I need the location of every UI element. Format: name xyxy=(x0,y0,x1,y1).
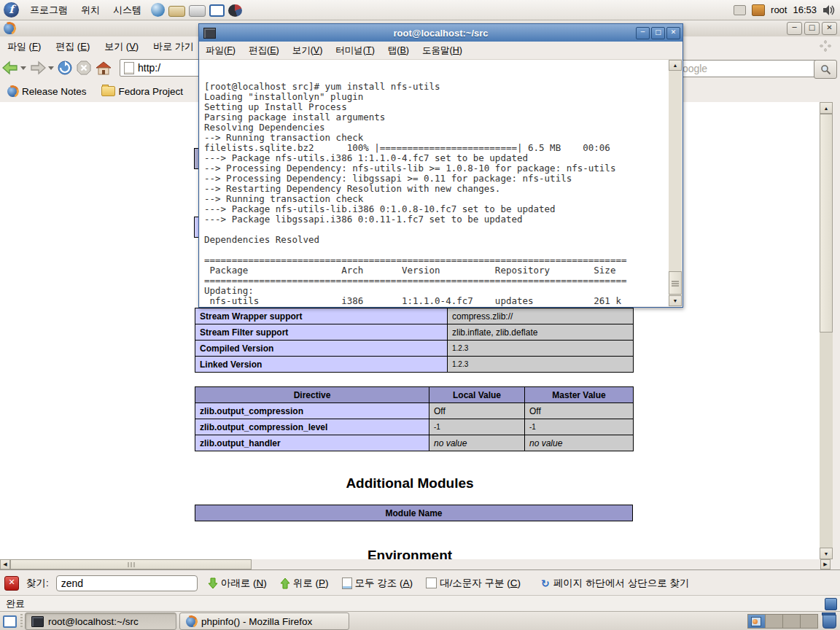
search-go-button[interactable] xyxy=(814,60,837,79)
checkbox-icon[interactable] xyxy=(426,578,437,588)
statusbar-indicator-icon[interactable] xyxy=(825,598,837,610)
stop-button[interactable] xyxy=(76,60,92,76)
bookmark-release-notes[interactable]: Release Notes xyxy=(0,86,94,97)
panel-clock[interactable]: 16:53 xyxy=(793,4,817,15)
workspace-4[interactable] xyxy=(801,615,817,628)
forward-icon xyxy=(29,61,47,75)
scroll-right-icon[interactable]: ▶ xyxy=(820,559,831,569)
home-button[interactable] xyxy=(95,61,112,76)
scroll-down-icon[interactable]: ▼ xyxy=(669,295,682,306)
bookmark-fedora-project[interactable]: Fedora Project xyxy=(94,86,191,97)
scroll-left-icon[interactable]: ◀ xyxy=(0,559,10,569)
firefox-bookmark-icon xyxy=(7,86,18,97)
menu-file[interactable]: 파일 (F) xyxy=(0,37,48,55)
panel-menu-applications[interactable]: 프로그램 xyxy=(23,1,74,20)
show-desktop-icon xyxy=(3,615,17,628)
menu-edit[interactable]: 편집(E) xyxy=(242,44,286,57)
url-text: http:/ xyxy=(138,62,160,74)
terminal-window-buttons: ─ □ ✕ xyxy=(636,27,682,39)
find-previous-button[interactable]: 위로 (P) xyxy=(277,575,332,591)
firefox-window-buttons: ─ □ ✕ xyxy=(787,22,840,35)
task-title: root@localhost:~/src xyxy=(48,616,139,627)
terminal-scrollbar[interactable]: ▲ ▼ xyxy=(669,60,682,306)
menu-help[interactable]: 도움말(H) xyxy=(416,44,469,57)
maximize-button[interactable]: □ xyxy=(804,22,820,35)
scroll-up-icon[interactable]: ▲ xyxy=(669,60,682,71)
search-icon xyxy=(820,64,831,75)
terminal-icon xyxy=(31,616,44,627)
horizontal-scrollbar-thumb[interactable] xyxy=(10,559,252,569)
panel-launchers xyxy=(151,3,242,17)
email-launcher-icon[interactable] xyxy=(168,6,185,17)
table-row: zlib.output_handler no value no value xyxy=(195,435,634,451)
workspace-3[interactable] xyxy=(783,615,801,628)
terminal-output: [root@localhost src]# yum install nfs-ut… xyxy=(200,60,669,306)
horizontal-scrollbar[interactable]: ◀ ▶ xyxy=(0,559,840,569)
menu-view[interactable]: 보기(V) xyxy=(286,44,330,57)
software-updater-icon[interactable] xyxy=(752,4,765,16)
printer-launcher-icon[interactable] xyxy=(189,5,206,17)
terminal-titlebar[interactable]: root@localhost:~/src ─ □ ✕ xyxy=(199,24,682,42)
arrow-up-icon xyxy=(280,578,290,589)
minimize-button[interactable]: ─ xyxy=(787,22,802,35)
tray-username[interactable]: root xyxy=(771,4,787,15)
search-input[interactable]: Google xyxy=(669,60,820,77)
wrap-around-icon: ↻ xyxy=(541,578,550,589)
menu-edit[interactable]: 편집 (E) xyxy=(48,37,97,55)
scroll-down-icon[interactable]: ▼ xyxy=(820,548,833,559)
find-previous-label: 위로 (P) xyxy=(293,577,329,590)
forward-dropdown-icon xyxy=(48,66,54,70)
environment-heading: Environment xyxy=(0,548,820,559)
vertical-scrollbar-thumb[interactable] xyxy=(820,114,833,332)
maximize-button[interactable]: □ xyxy=(651,27,665,39)
match-case-checkbox[interactable]: 대/소문자 구분 (C) xyxy=(423,575,524,591)
panel-menu-places[interactable]: 위치 xyxy=(74,1,106,20)
trash-icon[interactable] xyxy=(822,614,836,629)
back-button[interactable] xyxy=(1,61,26,75)
find-close-button[interactable]: ✕ xyxy=(4,576,19,591)
vertical-scrollbar[interactable]: ▲ ▼ xyxy=(820,102,833,559)
firefox-window-icon xyxy=(4,23,15,34)
task-button-firefox[interactable]: phpinfo() - Mozilla Firefox xyxy=(179,612,349,630)
fedora-logo-icon[interactable]: f xyxy=(4,2,19,18)
highlight-all-button[interactable]: 모두 강조 (A) xyxy=(339,575,416,591)
menu-file[interactable]: 파일(F) xyxy=(199,44,242,57)
terminal-prompt-line: [root@localhost src]# yum install nfs-ut… xyxy=(204,82,669,92)
task-button-terminal[interactable]: root@localhost:~/src xyxy=(25,612,176,630)
workspace-2[interactable] xyxy=(766,615,783,628)
close-button[interactable]: ✕ xyxy=(822,22,837,35)
volume-icon[interactable] xyxy=(822,4,836,16)
wrap-message-text: 페이지 하단에서 상단으로 찾기 xyxy=(553,577,690,590)
scroll-up-icon[interactable]: ▲ xyxy=(820,102,833,114)
web-browser-launcher-icon[interactable] xyxy=(151,3,165,17)
workspace-1[interactable] xyxy=(748,615,766,628)
tray-display-icon[interactable] xyxy=(734,5,746,15)
additional-modules-heading: Additional Modules xyxy=(0,475,820,491)
terminal-scrollbar-thumb[interactable] xyxy=(669,271,682,295)
photo-launcher-icon[interactable] xyxy=(209,4,225,17)
find-input[interactable] xyxy=(56,575,198,591)
menu-tabs[interactable]: 탭(B) xyxy=(381,44,416,57)
close-button[interactable]: ✕ xyxy=(666,27,680,39)
task-title: phpinfo() - Mozilla Firefox xyxy=(201,616,312,627)
table-row: Linked Version1.2.3 xyxy=(195,357,634,373)
system-monitor-launcher-icon[interactable] xyxy=(228,4,242,17)
zlib-info-table: Stream Wrapper supportcompress.zlib:// S… xyxy=(195,308,634,373)
menu-go[interactable]: 바로 가기 xyxy=(146,37,201,55)
zlib-directives-table: Directive Local Value Master Value zlib.… xyxy=(195,386,634,451)
find-next-button[interactable]: 아래로 (N) xyxy=(205,575,270,591)
find-label: 찾기: xyxy=(26,577,49,590)
forward-button[interactable] xyxy=(29,61,54,75)
bookmark-label: Fedora Project xyxy=(119,86,184,97)
terminal-window-title: root@localhost:~/src xyxy=(199,28,682,39)
bookmark-label: Release Notes xyxy=(22,86,87,97)
panel-menu-system[interactable]: 시스템 xyxy=(106,1,148,20)
find-next-label: 아래로 (N) xyxy=(221,577,267,590)
menu-terminal[interactable]: 터미널(T) xyxy=(329,44,381,57)
show-desktop-button[interactable] xyxy=(1,612,18,630)
menu-view[interactable]: 보기 (V) xyxy=(97,37,146,55)
minimize-button[interactable]: ─ xyxy=(636,27,650,39)
taskbar-handle[interactable] xyxy=(20,614,23,629)
reload-button[interactable] xyxy=(57,60,73,76)
table-row: Stream Filter supportzlib.inflate, zlib.… xyxy=(195,324,634,341)
